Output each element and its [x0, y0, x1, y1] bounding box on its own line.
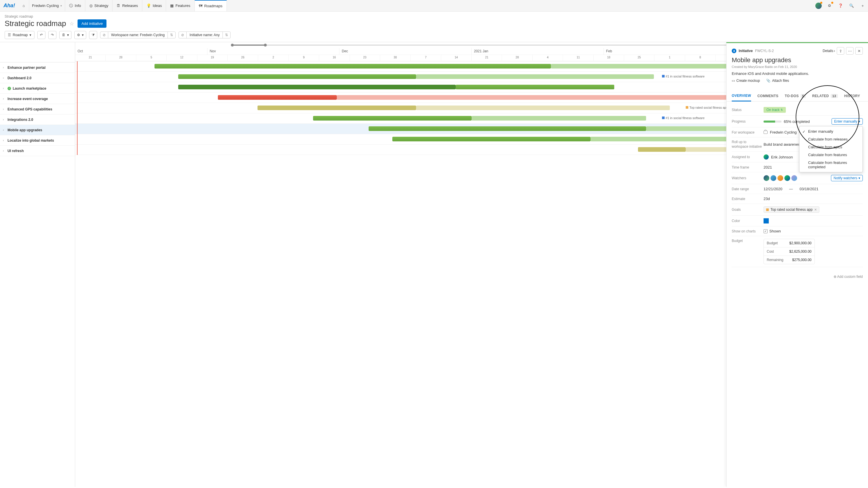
add-initiative-button[interactable]: Add initiative	[78, 20, 106, 28]
caret-down-icon: ▾	[82, 33, 84, 37]
progress-mode-menu: ✓Enter manuallyCalculate from releasesCa…	[799, 126, 863, 172]
settings-button[interactable]: ⚙▾	[74, 31, 86, 39]
details-link[interactable]: Details ›	[823, 49, 835, 53]
detail-panel: ⬍ Initiative FWCYL-S-2 Details › ⇪ ⋯ ✕ M…	[726, 42, 868, 487]
nav-ideas[interactable]: 💡Ideas	[142, 0, 166, 11]
tab-related[interactable]: RELATED13	[812, 91, 838, 101]
home-icon: ⌂	[23, 3, 25, 8]
remove-icon[interactable]: ✕	[814, 208, 817, 212]
undo-button[interactable]: ↶	[37, 31, 45, 39]
initiative-item[interactable]: ›✓Launch marketplace	[0, 83, 75, 94]
favorite-star-icon[interactable]: ☆	[69, 21, 74, 27]
field-daterange[interactable]: Date range 12/21/2020 — 03/18/2021	[732, 184, 863, 194]
chevron-right-icon: ›	[3, 97, 6, 100]
watcher-avatars[interactable]	[764, 175, 797, 181]
goal-chip[interactable]: Top rated social fitness app✕	[764, 206, 819, 213]
dropdown-option[interactable]: Calculate from epics	[799, 143, 863, 151]
search-button[interactable]: 🔍	[846, 0, 857, 11]
top-nav: Aha! ⌂ Fredwin Cycling▾ ⓘInfo ◎Strategy …	[0, 0, 868, 11]
remove-filter-icon[interactable]: ⊘	[100, 32, 108, 38]
filter-icon: ⧩	[92, 33, 95, 37]
caret-down-icon: ▾	[67, 33, 69, 37]
nav-roadmaps[interactable]: 🗺Roadmaps	[195, 0, 227, 11]
toolbar: ☰Roadmap▾ ↶ ↷ 🗓▾ ⚙▾ ⧩ ⊘Workspace name: F…	[0, 28, 868, 42]
tab-history[interactable]: HISTORY	[844, 91, 860, 101]
checkbox-icon[interactable]: ✓	[764, 229, 768, 233]
workspace-name: Fredwin Cycling	[32, 3, 59, 8]
dropdown-option[interactable]: Calculate from releases	[799, 135, 863, 143]
search-icon: 🔍	[849, 3, 854, 8]
field-budget: Budget Budget$2,900,000.00Cost$2,625,000…	[732, 236, 863, 267]
notify-watchers-button[interactable]: Notify watchers▾	[831, 175, 863, 181]
undo-icon: ↶	[40, 33, 43, 37]
remove-filter-icon[interactable]: ⊘	[179, 32, 187, 38]
initiative-item[interactable]: ›Mobile app upgrades	[0, 125, 75, 135]
filter-workspace: ⊘Workspace name: Fredwin Cycling⇅	[100, 32, 176, 38]
field-color[interactable]: Color	[732, 216, 863, 226]
initiative-item[interactable]: ›UI refresh	[0, 146, 75, 156]
caret-down-icon: ▾	[30, 33, 31, 37]
bulb-icon: 💡	[146, 3, 151, 8]
close-button[interactable]: ✕	[855, 47, 863, 55]
share-button[interactable]: ⇪	[837, 47, 844, 55]
status-pill[interactable]: On track⇅	[764, 107, 786, 113]
settings-button[interactable]: ⚙	[824, 0, 835, 11]
nav-info[interactable]: ⓘInfo	[65, 0, 85, 11]
dropdown-option[interactable]: Calculate from features	[799, 151, 863, 159]
nav-strategy[interactable]: ◎Strategy	[85, 0, 113, 11]
page-title: Strategic roadmap	[5, 19, 66, 28]
logo[interactable]: Aha!	[0, 0, 19, 11]
chevron-right-icon: ›	[3, 87, 6, 90]
home-nav[interactable]: ⌂	[19, 0, 29, 11]
record-ref[interactable]: FWCYL-S-2	[755, 49, 774, 53]
chevron-right-icon: ›	[3, 66, 6, 69]
description[interactable]: Enhance iOS and Android mobile applicati…	[732, 71, 863, 76]
budget-row: Budget$2,900,000.00	[764, 239, 814, 248]
tab-todos[interactable]: TO-DOS5	[785, 91, 806, 101]
workspace-selector[interactable]: Fredwin Cycling▾	[29, 0, 65, 11]
initiative-item[interactable]: ›Localize into global markets	[0, 135, 75, 146]
add-button[interactable]: ＋	[857, 0, 868, 11]
caret-icon[interactable]: ⇅	[222, 32, 230, 38]
budget-table: Budget$2,900,000.00Cost$2,625,000.00Rema…	[764, 239, 815, 264]
more-icon: ⋯	[848, 49, 852, 53]
filter-button[interactable]: ⧩	[89, 31, 97, 39]
breadcrumb[interactable]: Strategic roadmap	[5, 14, 863, 19]
workspace-icon	[764, 131, 768, 134]
initiative-item[interactable]: ›Enhanced GPS capabilities	[0, 104, 75, 115]
page-header: Strategic roadmap Strategic roadmap ☆ Ad…	[0, 11, 868, 28]
progress-mode-dropdown[interactable]: Enter manually▾	[832, 118, 863, 125]
field-goals[interactable]: Goals Top rated social fitness app✕	[732, 204, 863, 216]
mockup-icon: ▭	[732, 78, 735, 83]
initiative-item[interactable]: ›Dashboard 2.0	[0, 73, 75, 83]
field-estimate[interactable]: Estimate 23d	[732, 194, 863, 204]
budget-row: Cost$2,625,000.00	[764, 248, 814, 256]
create-mockup-action[interactable]: ▭Create mockup	[732, 78, 760, 83]
initiative-item[interactable]: ›Increase event coverage	[0, 94, 75, 104]
chevron-right-icon: ›	[3, 149, 6, 152]
field-show-charts[interactable]: Show on charts ✓Shown	[732, 226, 863, 236]
nav-features[interactable]: ▦Features	[166, 0, 194, 11]
attach-files-action[interactable]: 📎Attach files	[766, 78, 789, 83]
tab-overview[interactable]: OVERVIEW	[732, 91, 751, 101]
chevron-right-icon: ›	[3, 139, 6, 142]
color-swatch[interactable]	[764, 218, 769, 224]
field-progress: Progress 65% completed Enter manually▾ ✓…	[732, 116, 863, 128]
initiative-item[interactable]: ›Enhance partner portal	[0, 62, 75, 73]
more-button[interactable]: ⋯	[846, 47, 854, 55]
progress-text: 65% completed	[784, 120, 810, 124]
initiative-item[interactable]: ›Integrations 2.0	[0, 115, 75, 125]
dropdown-option[interactable]: Calculate from features completed	[799, 159, 863, 171]
panel-tabs: OVERVIEW COMMENTS TO-DOS5 RELATED13 HIST…	[726, 91, 868, 101]
avatar-menu[interactable]	[813, 0, 824, 11]
tab-comments[interactable]: COMMENTS	[757, 91, 778, 101]
roadmap-dropdown[interactable]: ☰Roadmap▾	[5, 31, 34, 39]
panel-title[interactable]: Mobile app upgrades	[732, 56, 863, 64]
date-button[interactable]: 🗓▾	[59, 31, 71, 39]
nav-releases[interactable]: 🗓Releases	[113, 0, 142, 11]
redo-button[interactable]: ↷	[48, 31, 56, 39]
help-button[interactable]: ❓	[835, 0, 846, 11]
add-custom-field[interactable]: ⊕ Add custom field	[726, 270, 868, 283]
caret-icon[interactable]: ⇅	[167, 32, 175, 38]
dropdown-option[interactable]: ✓Enter manually	[799, 128, 863, 135]
